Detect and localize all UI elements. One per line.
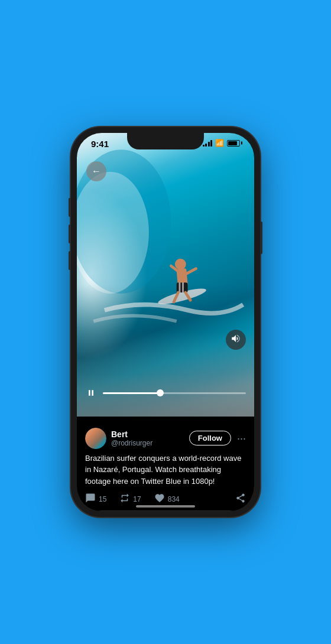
comment-count: 15 [99,495,106,503]
user-info: Bert @rodrisurger [111,430,152,447]
notch [127,133,204,149]
pause-button[interactable] [85,388,97,398]
progress-thumb [157,389,164,396]
user-right: Follow ··· [189,431,246,445]
tweet-info: Bert @rodrisurger Follow ··· Brazilian s… [77,422,254,512]
silent-switch[interactable] [69,251,71,270]
home-indicator[interactable] [136,505,195,508]
svg-rect-7 [182,282,184,292]
retweet-icon [119,493,130,506]
status-icons: 📶 [203,139,241,147]
retweet-count: 17 [133,495,141,503]
signal-bar-1 [203,145,205,147]
volume-down-button[interactable] [69,198,71,217]
user-left: Bert @rodrisurger [85,428,152,449]
action-bar: 15 17 [85,493,246,511]
follow-button[interactable]: Follow [189,431,231,445]
tweet-text: Brazilian surfer conquers a world-record… [85,453,246,487]
volume-up-button[interactable] [69,225,71,243]
comment-icon [85,493,96,506]
avatar-image [85,428,106,449]
user-handle: @rodrisurger [111,439,152,447]
video-container[interactable]: ← [77,133,254,511]
volume-button[interactable] [226,330,246,350]
progress-fill [103,392,160,394]
signal-bar-2 [205,144,207,147]
volume-icon [231,333,241,346]
more-button[interactable]: ··· [237,433,246,444]
like-count: 834 [168,495,180,503]
signal-bar-3 [208,142,210,147]
back-button[interactable]: ← [86,161,106,181]
svg-rect-6 [179,282,181,292]
like-icon [154,493,165,506]
phone-frame: 9:41 📶 [71,127,260,517]
back-arrow-icon: ← [92,167,101,176]
svg-line-9 [186,269,196,274]
signal-icon [203,139,213,147]
status-time: 9:41 [91,139,109,149]
signal-bar-4 [210,140,212,147]
retweet-action[interactable]: 17 [119,493,141,506]
screen-content: ← [77,133,254,511]
share-button[interactable] [235,493,246,506]
progress-bar[interactable] [103,392,246,394]
user-name: Bert [111,430,152,439]
avatar[interactable] [85,428,106,449]
phone-screen: 9:41 📶 [77,133,254,511]
svg-point-4 [175,259,186,270]
power-button[interactable] [260,222,262,254]
battery-fill [228,141,237,145]
like-action[interactable]: 834 [154,493,180,506]
user-row: Bert @rodrisurger Follow ··· [85,428,246,449]
wifi-icon: 📶 [215,139,224,147]
comment-action[interactable]: 15 [85,493,106,506]
battery-icon [227,140,240,147]
player-controls[interactable] [77,388,254,398]
